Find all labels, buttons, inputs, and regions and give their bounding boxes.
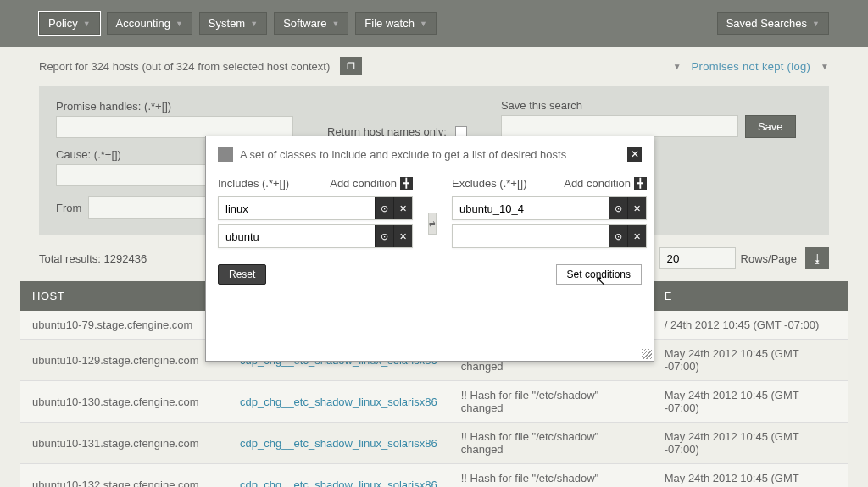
cell-handle[interactable]: cdp_chg__etc_shadow_linux_solarisx86 [228,423,449,464]
expand-context-button[interactable]: ❐ [340,57,362,75]
include-condition-input[interactable] [219,197,375,219]
caret-down-icon: ▼ [83,19,91,28]
cell-note: !! Hash for file "/etc/shadow" changed [449,464,653,488]
includes-column: Includes (.*+[]) Add condition╋ ⊙✕⊙✕ [218,177,413,252]
remove-condition-button[interactable]: ✕ [393,197,412,219]
cell-host: ubuntu10-129.stage.cfengine.com [20,340,228,381]
toolbar-software[interactable]: Software▼ [274,12,348,35]
toolbar-system[interactable]: System▼ [199,12,267,35]
report-summary: Report for 324 hosts (out of 324 from se… [39,60,330,73]
remove-condition-button[interactable]: ✕ [627,225,646,247]
target-icon[interactable]: ⊙ [609,197,627,219]
top-toolbar: Policy▼ Accounting▼ System▼ Software▼ Fi… [0,0,868,47]
toolbar-policy[interactable]: Policy▼ [39,12,100,35]
remove-condition-button[interactable]: ✕ [393,225,412,247]
cell-host: ubuntu10-130.stage.cfengine.com [20,381,228,423]
caret-down-icon: ▼ [812,19,820,28]
cell-time: May 24th 2012 10:45 (GMT -07:00) [653,340,848,381]
close-button[interactable]: ✕ [627,147,642,162]
exclude-condition-input[interactable] [453,197,609,219]
caret-down-icon: ▼ [420,19,427,28]
report-bar: Report for 324 hosts (out of 324 from se… [0,47,868,86]
cause-input[interactable] [56,164,209,186]
cell-host: ubuntu10-131.stage.cfengine.com [20,423,228,464]
swap-icon: ⇄ [429,219,436,228]
include-condition-row: ⊙✕ [218,196,413,220]
hosts-icon [218,147,233,162]
total-results-label: Total results: 1292436 [39,252,147,265]
target-icon[interactable]: ⊙ [375,197,393,219]
caret-down-icon: ▼ [331,19,339,28]
toolbar-saved-searches[interactable]: Saved Searches▼ [717,12,829,35]
cell-time: May 24th 2012 10:45 (GMT -07:00) [653,464,848,488]
col-host[interactable]: HOST [20,281,228,311]
save-search-button[interactable]: Save [745,115,796,138]
exclude-condition-row: ⊙✕ [452,196,647,220]
cause-label: Cause: (.*+[]) [56,148,209,161]
rows-per-page-label: Rows/Page [741,252,797,265]
plus-icon: ╋ [400,177,413,190]
save-search-input[interactable] [501,115,738,137]
cell-handle[interactable]: cdp_chg__etc_shadow_linux_solarisx86 [228,464,449,488]
exclude-condition-input[interactable] [453,225,609,247]
caret-down-icon: ▼ [250,19,258,28]
cell-host: ubuntu10-79.stage.cfengine.com [20,311,228,340]
conditions-modal: A set of classes to include and exclude … [205,136,654,362]
table-row[interactable]: ubuntu10-130.stage.cfengine.comcdp_chg__… [20,381,848,423]
col-time[interactable]: E [653,281,848,311]
download-button[interactable]: ⭳ [805,247,829,269]
exclude-condition-row: ⊙✕ [452,224,647,248]
caret-down-icon[interactable]: ▼ [821,62,829,71]
target-icon[interactable]: ⊙ [375,225,393,247]
cell-note: !! Hash for file "/etc/shadow" changed [449,423,653,464]
report-name-link[interactable]: Promises not kept (log) [692,60,811,73]
cell-time: / 24th 2012 10:45 (GMT -07:00) [653,311,848,340]
cell-handle[interactable]: cdp_chg__etc_shadow_linux_solarisx86 [228,381,449,423]
cell-note: !! Hash for file "/etc/shadow" changed [449,381,653,423]
toolbar-filewatch[interactable]: File watch▼ [355,12,436,35]
reset-button[interactable]: Reset [218,264,266,285]
save-search-label: Save this search [501,99,796,112]
promise-handles-label: Promise handles: (.*+[]) [56,100,293,113]
toolbar-accounting[interactable]: Accounting▼ [107,12,192,35]
swap-button[interactable]: ⇄ [428,213,437,235]
cell-time: May 24th 2012 10:45 (GMT -07:00) [653,381,848,423]
set-conditions-button[interactable]: Set conditions [556,264,642,285]
from-label: From [56,202,81,214]
close-icon: ✕ [631,148,639,160]
rows-per-page-input[interactable] [659,247,736,269]
window-icon: ❐ [347,61,355,72]
caret-down-icon: ▼ [175,19,183,28]
table-row[interactable]: ubuntu10-131.stage.cfengine.comcdp_chg__… [20,423,848,464]
add-include-button[interactable]: Add condition╋ [330,177,413,190]
plus-icon: ╋ [634,177,647,190]
cell-time: May 24th 2012 10:45 (GMT -07:00) [653,423,848,464]
modal-title: A set of classes to include and exclude … [240,148,566,161]
resize-handle[interactable] [642,349,652,359]
includes-label: Includes (.*+[]) [218,177,289,190]
cell-host: ubuntu10-132.stage.cfengine.com [20,464,228,488]
target-icon[interactable]: ⊙ [609,225,627,247]
download-icon: ⭳ [812,252,823,265]
include-condition-row: ⊙✕ [218,224,413,248]
table-row[interactable]: ubuntu10-132.stage.cfengine.comcdp_chg__… [20,464,848,488]
caret-down-icon: ▼ [673,62,682,71]
add-exclude-button[interactable]: Add condition╋ [564,177,647,190]
excludes-column: Excludes (.*+[]) Add condition╋ ⊙✕⊙✕ [452,177,647,252]
include-condition-input[interactable] [219,225,375,247]
excludes-label: Excludes (.*+[]) [452,177,527,190]
remove-condition-button[interactable]: ✕ [627,197,646,219]
